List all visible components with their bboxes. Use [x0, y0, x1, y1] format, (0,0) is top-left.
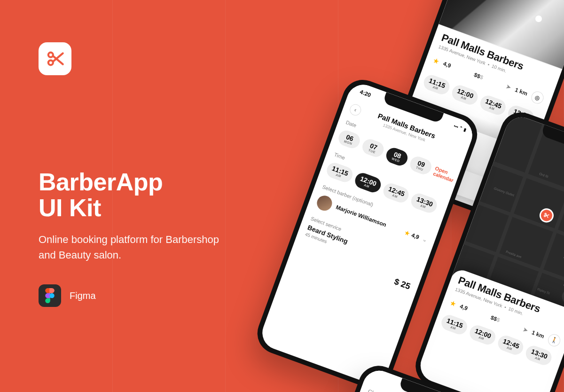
pin-icon[interactable]: ◎	[530, 90, 545, 105]
time-pill[interactable]: 13:30AM	[524, 344, 554, 367]
back-button[interactable]: ‹	[348, 102, 363, 117]
date-pill[interactable]: 06MON	[337, 128, 362, 150]
open-calendar-link[interactable]: Open calendar	[432, 165, 460, 184]
app-logo-tile	[39, 42, 71, 75]
time-pill[interactable]: 12:00AM	[468, 323, 498, 347]
map-pin-selected[interactable]	[538, 206, 556, 224]
figma-label: Figma	[70, 290, 96, 301]
walk-icon[interactable]: 🚶	[546, 332, 562, 348]
location-arrow-icon: ➤	[505, 83, 512, 91]
chevron-down-icon: ⌄	[422, 236, 428, 244]
figma-icon	[39, 284, 61, 307]
time-pill[interactable]: 12:00AM	[450, 83, 480, 107]
date-pill[interactable]: 09THU	[408, 155, 434, 177]
time-pill[interactable]: 12:45AM	[478, 94, 508, 117]
svg-rect-10	[48, 298, 50, 301]
star-icon: ★	[449, 299, 457, 308]
close-link[interactable]: Close	[367, 388, 383, 392]
svg-point-8	[49, 293, 55, 298]
date-pill[interactable]: 07TUE	[360, 137, 386, 159]
date-pill-active[interactable]: 08WED	[384, 146, 410, 168]
price-indicator: $$$	[473, 71, 484, 81]
star-icon: ★	[404, 229, 411, 237]
svg-rect-5	[49, 288, 52, 293]
avatar	[315, 194, 334, 213]
star-icon: ★	[432, 56, 440, 65]
locate-button[interactable]: ➤	[560, 287, 564, 306]
time-pill[interactable]: 12:45AM	[496, 333, 526, 357]
scissors-icon	[46, 49, 64, 68]
time-pill[interactable]: 11:15AM	[422, 73, 452, 96]
time-pill[interactable]: 11:15AM	[439, 313, 470, 337]
svg-point-17	[544, 215, 546, 217]
